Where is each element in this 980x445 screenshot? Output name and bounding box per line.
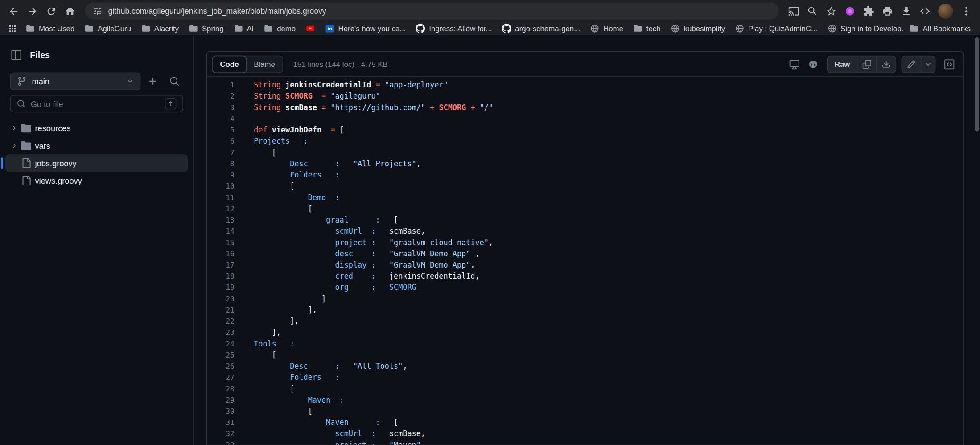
- folder-fill-icon: [21, 140, 31, 150]
- code-line: 14 scmUrl : scmBase,: [207, 226, 963, 237]
- bookmark-item[interactable]: tech: [629, 23, 665, 34]
- line-number[interactable]: 3: [207, 102, 235, 113]
- download-raw-button[interactable]: [876, 56, 895, 72]
- file-actions: Raw: [786, 55, 958, 73]
- tree-item-resources[interactable]: resources: [5, 119, 188, 137]
- line-number[interactable]: 33: [207, 439, 235, 445]
- line-number[interactable]: 13: [207, 214, 235, 226]
- line-number[interactable]: 26: [207, 361, 235, 372]
- line-number[interactable]: 15: [207, 237, 235, 248]
- menu-button[interactable]: [958, 2, 975, 20]
- bookmark-item[interactable]: Play : QuizAdminC...: [731, 23, 822, 34]
- line-number[interactable]: 4: [207, 113, 235, 124]
- branch-selector[interactable]: main: [10, 73, 140, 90]
- line-number[interactable]: 28: [207, 383, 235, 394]
- line-number[interactable]: 19: [207, 282, 235, 293]
- file-icon: [21, 158, 31, 168]
- raw-button[interactable]: Raw: [828, 56, 856, 72]
- line-number[interactable]: 9: [207, 169, 235, 181]
- line-number[interactable]: 2: [207, 91, 235, 102]
- copy-raw-button[interactable]: [857, 56, 876, 72]
- symbols-panel-button[interactable]: [941, 55, 958, 73]
- all-bookmarks-button[interactable]: All Bookmarks: [905, 23, 975, 34]
- line-number[interactable]: 31: [207, 417, 235, 428]
- monitor-button[interactable]: [786, 55, 803, 73]
- line-number[interactable]: 23: [207, 327, 235, 338]
- bookmark-item[interactable]: Home: [586, 23, 628, 34]
- scrollbar-thumb[interactable]: [975, 37, 979, 131]
- code-text: [: [235, 181, 295, 192]
- bookmark-item[interactable]: demo: [259, 23, 300, 34]
- download-button[interactable]: [898, 2, 915, 20]
- line-number[interactable]: 17: [207, 260, 235, 271]
- line-number[interactable]: 25: [207, 350, 235, 361]
- line-number[interactable]: 6: [207, 136, 235, 147]
- line-number[interactable]: 16: [207, 248, 235, 260]
- code-text: Demo :: [235, 192, 340, 203]
- bookmark-item[interactable]: kubesimplify: [666, 23, 729, 34]
- code-text: Maven :: [235, 395, 344, 406]
- bookmark-label: Ingress: Allow for...: [429, 24, 492, 33]
- line-number[interactable]: 30: [207, 406, 235, 417]
- add-file-button[interactable]: [144, 73, 162, 90]
- code-text: Desc : "All Projects",: [235, 158, 421, 169]
- bookmark-item[interactable]: Ingress: Allow for...: [412, 23, 496, 34]
- line-number[interactable]: 24: [207, 338, 235, 349]
- edit-file-button[interactable]: [902, 56, 921, 72]
- line-number[interactable]: 11: [207, 192, 235, 203]
- star-button[interactable]: [823, 2, 840, 20]
- line-number[interactable]: 12: [207, 203, 235, 214]
- magnifier-button[interactable]: [804, 2, 821, 20]
- line-number[interactable]: 8: [207, 158, 235, 169]
- bookmark-item[interactable]: Most Used: [21, 23, 79, 34]
- tree-item-vars[interactable]: vars: [5, 137, 188, 154]
- tree-item-views-groovy[interactable]: views.groovy: [5, 172, 188, 189]
- line-number[interactable]: 7: [207, 147, 235, 158]
- line-number[interactable]: 21: [207, 305, 235, 316]
- line-number[interactable]: 32: [207, 428, 235, 439]
- bookmark-item[interactable]: [301, 23, 320, 34]
- line-number[interactable]: 22: [207, 316, 235, 327]
- search-repo-button[interactable]: [165, 73, 183, 90]
- code-text: org : SCMORG: [235, 282, 416, 293]
- bookmark-item[interactable]: inHere's how you ca...: [321, 23, 410, 34]
- extension-badge-button[interactable]: [841, 2, 859, 20]
- edit-options-button[interactable]: [921, 56, 935, 72]
- line-number[interactable]: 27: [207, 372, 235, 383]
- bookmark-item[interactable]: argo-schema-gen...: [498, 23, 585, 34]
- bookmark-label: argo-schema-gen...: [515, 24, 580, 33]
- profile-avatar[interactable]: [938, 4, 953, 19]
- site-settings-icon[interactable]: [92, 6, 102, 16]
- cast-button[interactable]: [785, 2, 803, 20]
- line-number[interactable]: 14: [207, 226, 235, 237]
- copilot-button[interactable]: [805, 55, 822, 73]
- address-bar[interactable]: github.com/agileguru/jenkins_job_maker/b…: [85, 3, 779, 20]
- tab-code[interactable]: Code: [212, 55, 247, 73]
- line-number[interactable]: 10: [207, 181, 235, 192]
- code-text: String scmBase = "https://github.com/" +…: [235, 102, 493, 113]
- forward-button[interactable]: [24, 2, 41, 20]
- line-number[interactable]: 5: [207, 124, 235, 136]
- tab-blame[interactable]: Blame: [246, 56, 282, 72]
- bookmark-item[interactable]: Spring: [185, 23, 228, 34]
- tree-item-jobs-groovy[interactable]: jobs.groovy: [5, 154, 188, 172]
- bookmark-item[interactable]: AgileGuru: [80, 23, 136, 34]
- line-number[interactable]: 20: [207, 293, 235, 304]
- reload-button[interactable]: [42, 2, 60, 20]
- line-number[interactable]: 18: [207, 271, 235, 282]
- line-number[interactable]: 1: [207, 79, 235, 91]
- printer-button[interactable]: [879, 2, 896, 20]
- code-square-icon: [944, 59, 954, 69]
- puzzle-button[interactable]: [860, 2, 877, 20]
- apps-button[interactable]: [5, 23, 20, 34]
- home-button[interactable]: [61, 2, 78, 20]
- bookmark-item[interactable]: AI: [229, 23, 258, 34]
- tree-item-label: jobs.groovy: [35, 158, 77, 168]
- bookmark-item[interactable]: Sign in to Develop...: [823, 23, 904, 34]
- line-number[interactable]: 29: [207, 395, 235, 406]
- back-button[interactable]: [5, 2, 22, 20]
- collapse-file-tree-button[interactable]: [8, 46, 25, 64]
- code-button[interactable]: [916, 2, 934, 20]
- bookmark-item[interactable]: Alacrity: [137, 23, 183, 34]
- go-to-file-input[interactable]: Go to file t: [10, 95, 183, 112]
